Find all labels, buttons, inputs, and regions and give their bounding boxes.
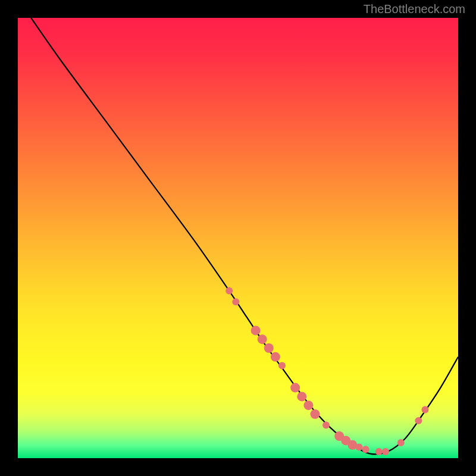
data-marker xyxy=(278,362,286,369)
data-marker xyxy=(322,422,330,429)
data-markers xyxy=(226,287,428,455)
curve-line xyxy=(31,18,458,454)
data-marker xyxy=(271,352,280,362)
data-marker xyxy=(297,392,306,401)
data-marker xyxy=(362,446,369,453)
watermark-text: TheBottleneck.com xyxy=(364,2,465,16)
data-marker xyxy=(311,409,320,419)
data-marker xyxy=(422,406,429,414)
data-marker xyxy=(264,343,274,353)
data-marker xyxy=(258,334,267,344)
data-marker xyxy=(303,400,313,410)
chart-container: TheBottleneck.com xyxy=(0,0,476,476)
data-marker xyxy=(375,448,383,455)
curve-svg xyxy=(18,18,458,458)
data-marker xyxy=(290,383,300,393)
data-marker xyxy=(251,325,261,335)
data-marker xyxy=(232,298,239,305)
plot-area xyxy=(18,18,458,458)
data-marker xyxy=(415,417,422,424)
data-marker xyxy=(226,287,233,295)
data-marker xyxy=(382,448,389,455)
data-marker xyxy=(397,439,405,446)
data-marker xyxy=(356,444,363,451)
